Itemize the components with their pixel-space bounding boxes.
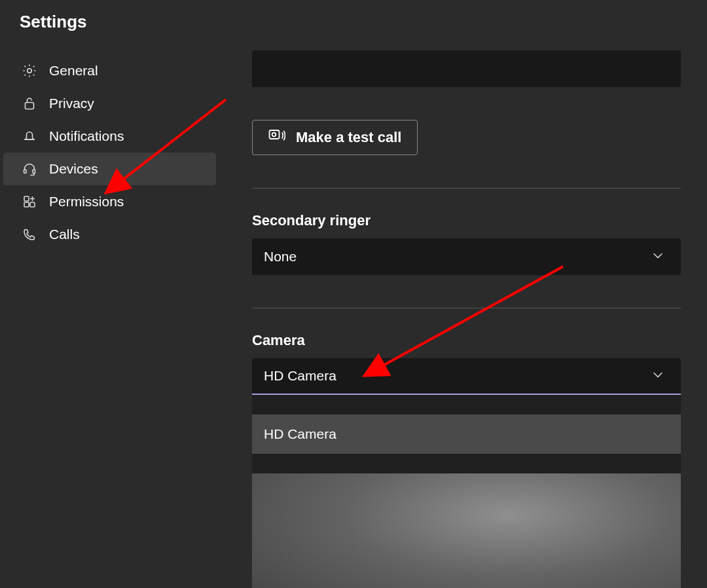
divider <box>252 188 681 189</box>
sidebar-item-label: Privacy <box>49 96 94 111</box>
chevron-down-icon <box>651 248 665 266</box>
bell-icon <box>22 128 37 144</box>
camera-select[interactable]: HD Camera <box>252 358 681 395</box>
sidebar-item-label: Notifications <box>49 128 124 144</box>
settings-content: Make a test call Secondary ringer None C… <box>252 50 707 588</box>
test-call-icon <box>268 128 285 147</box>
svg-rect-5 <box>30 202 35 207</box>
page-title: Settings <box>0 0 707 50</box>
secondary-ringer-label: Secondary ringer <box>252 212 681 229</box>
secondary-ringer-value: None <box>264 249 297 265</box>
phone-icon <box>22 227 37 242</box>
camera-label: Camera <box>252 332 681 349</box>
sidebar-item-permissions[interactable]: Permissions <box>3 185 216 218</box>
sidebar-item-general[interactable]: General <box>3 54 216 87</box>
sidebar-item-label: Permissions <box>49 194 124 210</box>
camera-dropdown: HD Camera <box>252 395 681 473</box>
svg-rect-1 <box>26 103 34 109</box>
svg-rect-4 <box>24 196 29 201</box>
camera-select-value: HD Camera <box>264 368 336 384</box>
make-test-call-button[interactable]: Make a test call <box>252 120 418 155</box>
svg-point-8 <box>272 133 276 137</box>
make-test-call-label: Make a test call <box>296 129 401 146</box>
sidebar-item-label: Devices <box>49 161 98 177</box>
svg-rect-7 <box>270 130 280 139</box>
headset-icon <box>22 161 37 177</box>
gear-icon <box>22 63 37 79</box>
svg-rect-6 <box>24 202 29 207</box>
svg-point-0 <box>27 69 31 73</box>
sidebar-item-label: Calls <box>49 227 80 242</box>
sidebar-item-privacy[interactable]: Privacy <box>3 87 216 120</box>
sidebar-item-notifications[interactable]: Notifications <box>3 120 216 153</box>
chevron-down-icon <box>651 367 665 385</box>
sidebar-item-devices[interactable]: Devices <box>3 153 216 185</box>
divider <box>252 308 681 308</box>
speaker-select[interactable] <box>252 50 681 87</box>
apps-icon <box>22 194 37 210</box>
lock-icon <box>22 96 37 111</box>
camera-preview: Preview <box>252 473 681 588</box>
camera-option-hd-camera[interactable]: HD Camera <box>252 414 681 454</box>
secondary-ringer-select[interactable]: None <box>252 238 681 275</box>
sidebar-item-calls[interactable]: Calls <box>3 218 216 251</box>
sidebar-item-label: General <box>49 63 98 79</box>
settings-sidebar: General Privacy Notifi <box>0 50 252 588</box>
